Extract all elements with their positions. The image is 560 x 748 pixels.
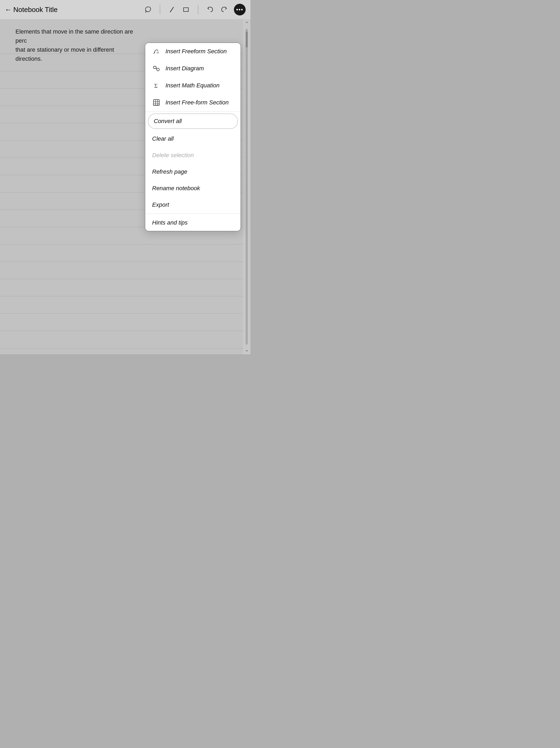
scroll-thumb[interactable] <box>246 31 248 47</box>
export-label: Export <box>152 202 169 208</box>
text-line-1: Elements that move in the same direction… <box>16 27 134 45</box>
more-button[interactable]: ••• <box>234 4 246 16</box>
scrollbar: ⌃ ⌄ <box>243 19 251 354</box>
menu-item-insert-math[interactable]: Σ Insert Math Equation <box>145 77 240 94</box>
svg-text:m: m <box>157 51 159 54</box>
refresh-page-label: Refresh page <box>152 168 187 175</box>
insert-diagram-label: Insert Diagram <box>165 65 204 72</box>
scroll-down-arrow[interactable]: ⌄ <box>245 347 249 353</box>
menu-item-hints-tips[interactable]: Hints and tips <box>145 214 240 231</box>
scroll-track[interactable] <box>246 29 248 345</box>
diagram-icon <box>152 65 161 72</box>
svg-text:Σ: Σ <box>154 82 158 89</box>
menu-item-insert-diagram[interactable]: Insert Diagram <box>145 60 240 77</box>
menu-item-insert-freeform-section[interactable]: Insert Free-form Section <box>145 94 240 111</box>
insert-freeform-section-label: Insert Free-form Section <box>165 99 229 106</box>
hints-tips-label: Hints and tips <box>152 219 188 226</box>
svg-rect-23 <box>154 100 159 106</box>
clear-all-label: Clear all <box>152 135 174 142</box>
toolbar-middle: ••• <box>144 4 246 16</box>
undo-button[interactable] <box>206 6 214 14</box>
math-icon: Σ <box>152 82 161 89</box>
menu-item-export[interactable]: Export <box>145 196 240 213</box>
toolbar-left: ← Notebook Title <box>5 6 144 14</box>
delete-selection-label: Delete selection <box>152 152 194 159</box>
notebook-area: Elements that move in the same direction… <box>0 19 251 354</box>
svg-point-20 <box>157 68 159 71</box>
menu-item-rename-notebook[interactable]: Rename notebook <box>145 180 240 196</box>
divider-before-hints <box>145 214 240 214</box>
notebook-content: Elements that move in the same direction… <box>0 19 141 63</box>
back-arrow-icon: ← <box>5 6 12 14</box>
eraser-button[interactable] <box>182 6 190 14</box>
pen-button[interactable] <box>168 6 176 14</box>
back-button[interactable]: ← Notebook Title <box>5 6 57 14</box>
svg-rect-19 <box>154 66 156 68</box>
lasso-button[interactable] <box>144 6 152 14</box>
redo-button[interactable] <box>220 6 228 14</box>
scroll-up-arrow[interactable]: ⌃ <box>245 21 249 27</box>
svg-line-21 <box>156 67 157 70</box>
rename-notebook-label: Rename notebook <box>152 185 200 192</box>
grid-icon <box>152 99 161 106</box>
notebook-title: Notebook Title <box>13 6 57 14</box>
more-dots: ••• <box>236 7 243 13</box>
convert-all-label: Convert all <box>154 118 182 125</box>
dropdown-menu: m Insert Freeform Section Insert Diagram… <box>145 43 241 231</box>
menu-item-refresh-page[interactable]: Refresh page <box>145 164 240 180</box>
insert-freeform-label: Insert Freeform Section <box>165 48 227 55</box>
insert-math-label: Insert Math Equation <box>165 82 219 89</box>
text-line-2: that are stationary or move in different… <box>16 45 134 63</box>
menu-item-insert-freeform[interactable]: m Insert Freeform Section <box>145 43 240 60</box>
menu-item-clear-all[interactable]: Clear all <box>145 131 240 147</box>
toolbar: ← Notebook Title <box>0 0 251 19</box>
divider-after-insert <box>145 112 240 112</box>
divider-2 <box>198 5 198 15</box>
menu-item-delete-selection: Delete selection <box>145 147 240 164</box>
freeform-icon: m <box>152 48 161 55</box>
menu-item-convert-all[interactable]: Convert all <box>148 114 238 129</box>
